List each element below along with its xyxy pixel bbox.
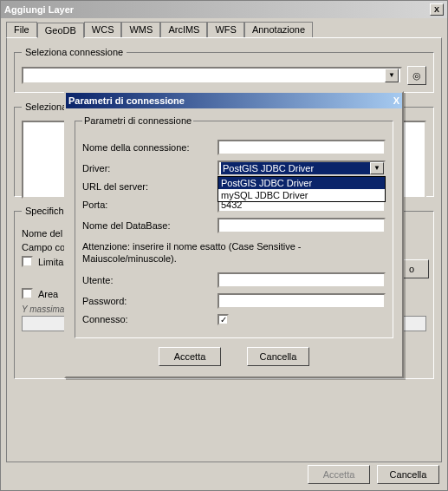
- dialog-close-icon[interactable]: X: [393, 95, 399, 106]
- conn-name-label: Nome della connessione:: [82, 142, 212, 153]
- group-select-connection-label: Seleziona connessione: [22, 47, 127, 57]
- dbname-input[interactable]: [218, 218, 386, 233]
- tab-wfs[interactable]: WFS: [207, 22, 243, 37]
- driver-combo[interactable]: PostGIS JDBC Driver ▼ PostGIS JDBC Drive…: [218, 160, 386, 176]
- driver-dropdown: PostGIS JDBC Driver mySQL JDBC Driver: [218, 176, 386, 202]
- dialog-title: Parametri di connessione: [68, 95, 185, 106]
- dialog-group-label: Parametri di connessione: [82, 115, 193, 126]
- bottom-button-bar: Accetta Cancella: [308, 465, 439, 484]
- connection-combo[interactable]: ▼: [22, 67, 402, 84]
- driver-label: Driver:: [82, 163, 212, 173]
- close-icon[interactable]: X: [430, 3, 444, 16]
- dialog-accept-button[interactable]: Accetta: [159, 347, 221, 366]
- tab-file[interactable]: File: [6, 22, 37, 37]
- driver-option-postgis[interactable]: PostGIS JDBC Driver: [218, 177, 385, 189]
- limit-checkbox[interactable]: [22, 256, 33, 267]
- case-sensitive-note: Attenzione: inserire il nome esatto (Cas…: [82, 240, 386, 265]
- dialog-group: Parametri di connessione Nome della conn…: [75, 115, 393, 338]
- cancel-button[interactable]: Cancella: [377, 465, 439, 484]
- port-label: Porta:: [82, 200, 212, 210]
- main-window: Aggiungi Layer X File GeoDB WCS WMS ArcI…: [0, 0, 448, 491]
- connected-checkbox[interactable]: ✓: [218, 314, 229, 325]
- tab-wms[interactable]: WMS: [121, 22, 160, 37]
- accept-button[interactable]: Accetta: [308, 465, 370, 484]
- dbname-label: Nome del DataBase:: [82, 220, 212, 231]
- db-icon: ◎: [412, 70, 421, 82]
- url-label: URL del server:: [82, 181, 212, 192]
- tab-wcs[interactable]: WCS: [84, 22, 122, 37]
- conn-name-input[interactable]: [218, 140, 386, 155]
- password-label: Password:: [82, 296, 212, 306]
- driver-option-mysql[interactable]: mySQL JDBC Driver: [218, 189, 385, 201]
- driver-selected: PostGIS JDBC Driver: [221, 162, 370, 174]
- password-input[interactable]: [218, 293, 386, 309]
- main-titlebar: Aggiungi Layer X: [1, 1, 447, 18]
- dialog-button-bar: Accetta Cancella: [73, 347, 395, 366]
- connected-label: Connesso:: [82, 314, 212, 324]
- user-label: Utente:: [82, 275, 212, 285]
- user-input[interactable]: [218, 272, 386, 288]
- chevron-down-icon[interactable]: ▼: [370, 162, 384, 174]
- group-select-connection: Seleziona connessione ▼ ◎: [14, 47, 434, 93]
- tab-arcims[interactable]: ArcIMS: [160, 22, 207, 37]
- window-title: Aggiungi Layer: [4, 4, 74, 15]
- chevron-down-icon[interactable]: ▼: [385, 69, 399, 82]
- tab-bar: File GeoDB WCS WMS ArcIMS WFS Annotazion…: [6, 22, 442, 37]
- tab-annotazione[interactable]: Annotazione: [244, 22, 313, 37]
- dialog-cancel-button[interactable]: Cancella: [247, 347, 309, 366]
- tab-geodb[interactable]: GeoDB: [37, 23, 84, 38]
- connection-params-dialog: Parametri di connessione X Parametri di …: [64, 91, 404, 378]
- area-checkbox[interactable]: [22, 288, 33, 299]
- connection-settings-button[interactable]: ◎: [407, 66, 426, 85]
- dialog-titlebar: Parametri di connessione X: [66, 93, 402, 108]
